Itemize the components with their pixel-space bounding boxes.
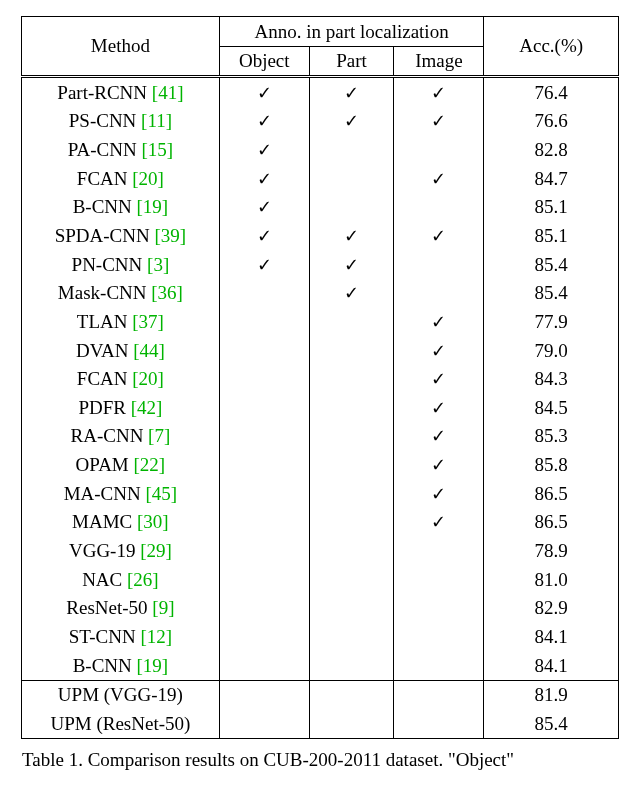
checkmark-icon: ✓ [431,111,446,131]
check-cell-obj: ✓ [219,77,309,107]
header-image: Image [394,46,484,77]
accuracy-cell: 85.4 [484,250,619,279]
check-cell-part [309,365,394,394]
citation-ref[interactable]: [30] [137,511,169,532]
accuracy-cell: 81.9 [484,680,619,709]
accuracy-cell: 84.1 [484,651,619,680]
checkmark-icon: ✓ [431,341,446,361]
citation-ref[interactable]: [12] [140,626,172,647]
check-cell-obj [219,594,309,623]
check-cell-part [309,537,394,566]
method-name: VGG-19 [69,540,140,561]
check-cell-part: ✓ [309,279,394,308]
check-cell-img [394,279,484,308]
accuracy-cell: 86.5 [484,508,619,537]
method-name: SPDA-CNN [55,225,155,246]
check-cell-img [394,537,484,566]
check-cell-empty [394,680,484,709]
checkmark-icon: ✓ [431,484,446,504]
accuracy-cell: 84.1 [484,622,619,651]
check-cell-part [309,622,394,651]
checkmark-icon: ✓ [431,426,446,446]
checkmark-icon: ✓ [344,283,359,303]
method-name: ResNet-50 [66,597,152,618]
check-cell-obj [219,365,309,394]
accuracy-cell: 86.5 [484,479,619,508]
check-cell-part: ✓ [309,77,394,107]
check-cell-empty [309,680,394,709]
citation-ref[interactable]: [29] [140,540,172,561]
header-group: Anno. in part localization [219,17,484,47]
method-name: ST-CNN [69,626,141,647]
check-cell-obj [219,508,309,537]
table-row-method: PS-CNN [11] [22,107,220,136]
check-cell-img: ✓ [394,479,484,508]
checkmark-icon: ✓ [431,83,446,103]
table-row-ours-method: UPM (VGG-19) [22,680,220,709]
citation-ref[interactable]: [42] [131,397,163,418]
check-cell-obj [219,622,309,651]
accuracy-cell: 76.4 [484,77,619,107]
citation-ref[interactable]: [11] [141,110,172,131]
accuracy-cell: 82.9 [484,594,619,623]
citation-ref[interactable]: [20] [132,168,164,189]
check-cell-obj [219,537,309,566]
check-cell-obj [219,422,309,451]
check-cell-obj: ✓ [219,193,309,222]
citation-ref[interactable]: [44] [133,340,165,361]
check-cell-part [309,393,394,422]
table-row-method: SPDA-CNN [39] [22,221,220,250]
checkmark-icon: ✓ [257,197,272,217]
citation-ref[interactable]: [45] [145,483,177,504]
check-cell-part: ✓ [309,107,394,136]
accuracy-cell: 81.0 [484,565,619,594]
checkmark-icon: ✓ [344,226,359,246]
check-cell-part [309,451,394,480]
results-table: Method Anno. in part localization Acc.(%… [21,16,619,739]
method-name: TLAN [77,311,132,332]
check-cell-part [309,136,394,165]
checkmark-icon: ✓ [257,83,272,103]
check-cell-img: ✓ [394,336,484,365]
citation-ref[interactable]: [7] [148,425,170,446]
checkmark-icon: ✓ [431,312,446,332]
checkmark-icon: ✓ [257,255,272,275]
check-cell-part [309,508,394,537]
method-name: NAC [82,569,127,590]
check-cell-img: ✓ [394,77,484,107]
citation-ref[interactable]: [39] [154,225,186,246]
citation-ref[interactable]: [37] [132,311,164,332]
citation-ref[interactable]: [9] [152,597,174,618]
citation-ref[interactable]: [3] [147,254,169,275]
check-cell-part [309,307,394,336]
citation-ref[interactable]: [19] [137,196,169,217]
method-name: MAMC [72,511,137,532]
accuracy-cell: 78.9 [484,537,619,566]
checkmark-icon: ✓ [431,398,446,418]
citation-ref[interactable]: [22] [134,454,166,475]
table-row-method: VGG-19 [29] [22,537,220,566]
check-cell-obj [219,479,309,508]
checkmark-icon: ✓ [257,111,272,131]
checkmark-icon: ✓ [344,83,359,103]
table-row-method: FCAN [20] [22,365,220,394]
check-cell-obj [219,651,309,680]
check-cell-part [309,565,394,594]
check-cell-part [309,422,394,451]
citation-ref[interactable]: [20] [132,368,164,389]
citation-ref[interactable]: [19] [137,655,169,676]
check-cell-empty [219,709,309,738]
check-cell-img: ✓ [394,451,484,480]
check-cell-part [309,336,394,365]
check-cell-img: ✓ [394,393,484,422]
accuracy-cell: 85.1 [484,193,619,222]
citation-ref[interactable]: [36] [151,282,183,303]
checkmark-icon: ✓ [431,226,446,246]
check-cell-img: ✓ [394,107,484,136]
citation-ref[interactable]: [15] [141,139,173,160]
accuracy-cell: 84.3 [484,365,619,394]
citation-ref[interactable]: [26] [127,569,159,590]
citation-ref[interactable]: [41] [152,82,184,103]
check-cell-part: ✓ [309,250,394,279]
check-cell-empty [309,709,394,738]
